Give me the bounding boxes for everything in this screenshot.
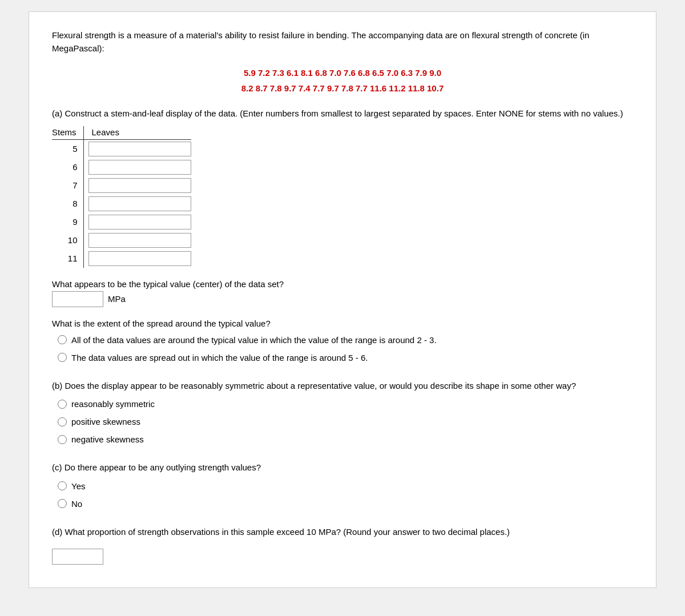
part-d-section: (d) What proportion of strength observat… [52, 526, 633, 565]
table-row: 5 [52, 139, 191, 158]
stem-cell: 11 [52, 249, 83, 268]
leaf-cell [83, 213, 191, 231]
leaf-input-5[interactable] [88, 142, 191, 156]
part-b-question: (b) Does the display appear to be reason… [52, 380, 633, 393]
symmetry-radio-3[interactable] [58, 435, 67, 444]
leaf-cell [83, 195, 191, 213]
typical-value-question: What appears to be the typical value (ce… [52, 279, 633, 307]
table-row: 11 [52, 249, 191, 268]
part-c-option-no: No [58, 498, 633, 510]
leaf-input-8[interactable] [88, 196, 191, 211]
stem-cell: 10 [52, 231, 83, 249]
main-page: Flexural strength is a measure of a mate… [29, 11, 656, 588]
leaf-input-11[interactable] [88, 251, 191, 266]
symmetry-option-3-label: negative skewness [71, 433, 144, 445]
table-row: 8 [52, 195, 191, 213]
stems-header: Stems [52, 126, 83, 140]
spread-option-2: The data values are spread out in which … [58, 352, 633, 364]
spread-option-1-label: All of the data values are around the ty… [71, 334, 437, 346]
leaves-header: Leaves [83, 126, 191, 140]
stem-leaf-table: Stems Leaves 567891011 [52, 126, 191, 268]
part-c-section: (c) Do there appear to be any outlying s… [52, 461, 633, 510]
table-row: 9 [52, 213, 191, 231]
data-row-1: 5.9 7.2 7.3 6.1 8.1 6.8 7.0 7.6 6.8 6.5 … [52, 65, 633, 80]
stem-cell: 9 [52, 213, 83, 231]
data-values: 5.9 7.2 7.3 6.1 8.1 6.8 7.0 7.6 6.8 6.5 … [52, 65, 633, 96]
outlying-radio-yes[interactable] [58, 481, 67, 490]
leaf-cell [83, 176, 191, 195]
data-row-2: 8.2 8.7 7.8 9.7 7.4 7.7 9.7 7.8 7.7 11.6… [52, 80, 633, 96]
leaf-cell [83, 249, 191, 268]
leaf-cell [83, 158, 191, 176]
table-row: 7 [52, 176, 191, 195]
spread-question-text: What is the extent of the spread around … [52, 319, 633, 328]
table-row: 6 [52, 158, 191, 176]
symmetry-option-1-label: reasonably symmetric [71, 398, 155, 410]
outlying-yes-label: Yes [71, 480, 85, 492]
part-a-instruction: (a) Construct a stem-and-leaf display of… [52, 107, 633, 120]
leaf-input-6[interactable] [88, 160, 191, 175]
spread-option-2-label: The data values are spread out in which … [71, 352, 368, 364]
stem-cell: 7 [52, 176, 83, 195]
leaf-cell [83, 139, 191, 158]
part-c-question: (c) Do there appear to be any outlying s… [52, 461, 633, 474]
leaf-input-10[interactable] [88, 233, 191, 248]
typical-value-input[interactable] [52, 291, 103, 307]
stem-cell: 6 [52, 158, 83, 176]
symmetry-radio-1[interactable] [58, 400, 67, 409]
part-b-section: (b) Does the display appear to be reason… [52, 380, 633, 446]
part-d-question: (d) What proportion of strength observat… [52, 526, 633, 539]
part-b-option-1: reasonably symmetric [58, 398, 633, 410]
leaf-input-7[interactable] [88, 178, 191, 193]
typical-value-label: What appears to be the typical value (ce… [52, 279, 633, 289]
leaf-input-9[interactable] [88, 215, 191, 230]
part-c-option-yes: Yes [58, 480, 633, 492]
leaf-cell [83, 231, 191, 249]
stem-cell: 5 [52, 139, 83, 158]
outlying-no-label: No [71, 498, 82, 510]
part-d-input[interactable] [52, 549, 103, 565]
spread-option-1: All of the data values are around the ty… [58, 334, 633, 346]
intro-text: Flexural strength is a measure of a mate… [52, 29, 633, 55]
part-b-option-2: positive skewness [58, 416, 633, 428]
symmetry-radio-2[interactable] [58, 417, 67, 426]
spread-radio-2[interactable] [58, 353, 67, 362]
spread-question: What is the extent of the spread around … [52, 319, 633, 364]
spread-radio-1[interactable] [58, 335, 67, 344]
table-row: 10 [52, 231, 191, 249]
mpa-unit: MPa [108, 294, 126, 304]
part-b-option-3: negative skewness [58, 433, 633, 445]
outlying-radio-no[interactable] [58, 499, 67, 508]
stem-cell: 8 [52, 195, 83, 213]
symmetry-option-2-label: positive skewness [71, 416, 140, 428]
